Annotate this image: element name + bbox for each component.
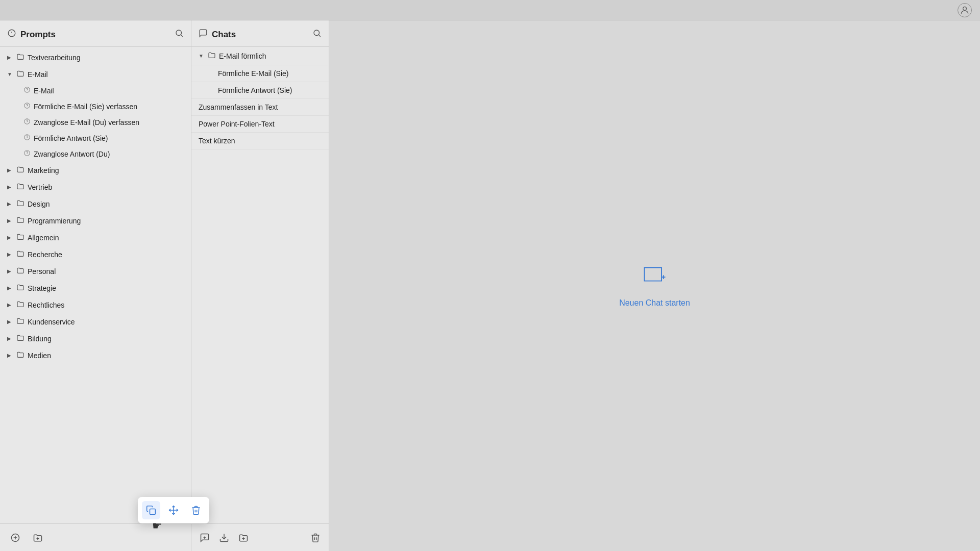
chat-item-email-foermlich[interactable]: ▼ E-Mail förmlich [191, 47, 329, 65]
tree-item-label: Strategie [28, 284, 56, 292]
svg-point-2 [176, 30, 182, 36]
tree-item-label: Personal [28, 267, 56, 276]
folder-icon [16, 350, 24, 360]
chats-panel: Chats ▼ E-Mail förmlich [191, 20, 329, 551]
tree-item-label: Förmliche E-Mail (Sie) verfassen [34, 103, 137, 111]
prompt-icon [23, 149, 31, 158]
chevron-right-icon: ▶ [7, 184, 13, 190]
chat-item-foermliche-antwort-sie[interactable]: Förmliche Antwort (Sie) [191, 82, 329, 99]
tree-item-label: Förmliche Antwort (Sie) [34, 134, 108, 142]
chats-list: ▼ E-Mail förmlich Förmliche E-Mail (Sie)… [191, 47, 329, 523]
tree-item-email-folder[interactable]: ▼ E-Mail [0, 66, 191, 83]
tree-item-label: Kundenservice [28, 318, 75, 326]
import-chat-button[interactable] [219, 533, 229, 543]
tree-item-bildung[interactable]: ▶ Bildung [0, 330, 191, 347]
tree-item-programmierung[interactable]: ▶ Programmierung [0, 212, 191, 229]
tree-item-email-prompt[interactable]: E-Mail [0, 83, 191, 98]
svg-rect-14 [150, 509, 156, 515]
chevron-right-icon: ▶ [7, 218, 13, 223]
tree-item-allgemein[interactable]: ▶ Allgemein [0, 229, 191, 246]
folder-icon [16, 249, 24, 259]
add-folder-chat-button[interactable] [238, 533, 249, 543]
tree-item-label: Vertrieb [28, 183, 52, 191]
tree-item-recherche[interactable]: ▶ Recherche [0, 246, 191, 263]
tree-item-label: Zwanglose E-Mail (Du) verfassen [34, 118, 139, 127]
tree-item-label: Textverarbeitung [28, 54, 81, 62]
tree-item-vertrieb[interactable]: ▶ Vertrieb [0, 179, 191, 195]
tree-item-foermliche-email[interactable]: Förmliche E-Mail (Sie) verfassen [0, 98, 191, 114]
chat-item-label: Förmliche Antwort (Sie) [218, 86, 292, 94]
chevron-right-icon: ▶ [7, 55, 13, 60]
chat-item-zusammenfassen[interactable]: Zusammenfassen in Text [191, 99, 329, 116]
chats-search-icon[interactable] [312, 29, 322, 40]
chevron-right-icon: ▶ [7, 252, 13, 257]
chat-item-label: Power Point-Folien-Text [199, 120, 275, 128]
chevron-right-icon: ▶ [7, 167, 13, 173]
tree-item-kundenservice[interactable]: ▶ Kundenservice [0, 313, 191, 330]
tree-item-label: Allgemein [28, 234, 59, 242]
chat-item-foermliche-email-sie[interactable]: Förmliche E-Mail (Sie) [191, 65, 329, 82]
chats-toolbar [191, 523, 329, 551]
new-chat-button[interactable]: Neuen Chat starten [619, 264, 690, 308]
chat-item-text-kuerzen[interactable]: Text kürzen [191, 133, 329, 149]
tree-item-personal[interactable]: ▶ Personal [0, 263, 191, 280]
tree-item-foermliche-antwort[interactable]: Förmliche Antwort (Sie) [0, 130, 191, 146]
svg-point-17 [314, 30, 320, 36]
top-bar [0, 0, 980, 20]
folder-icon [16, 334, 24, 343]
svg-line-3 [181, 35, 182, 36]
new-chat-label: Neuen Chat starten [619, 298, 690, 308]
prompts-header: Prompts [0, 20, 191, 47]
tree-item-medien[interactable]: ▶ Medien [0, 347, 191, 364]
chevron-right-icon: ▶ [7, 285, 13, 291]
tree-item-textverarbeitung[interactable]: ▶ Textverarbeitung [0, 49, 191, 66]
tree-item-zwanglose-email[interactable]: Zwanglose E-Mail (Du) verfassen [0, 114, 191, 130]
prompt-icon [23, 118, 31, 127]
popup-copy-button[interactable] [142, 501, 160, 519]
chats-icon [199, 29, 208, 40]
popup-menu [138, 497, 209, 523]
folder-icon [208, 51, 216, 61]
chat-item-label: Zusammenfassen in Text [199, 103, 278, 111]
delete-chat-button[interactable] [310, 533, 321, 543]
chat-item-label: E-Mail förmlich [219, 52, 266, 60]
chevron-right-icon: ▶ [7, 336, 13, 341]
tree-item-design[interactable]: ▶ Design [0, 195, 191, 212]
prompts-search-icon[interactable] [175, 29, 184, 40]
user-avatar[interactable] [958, 3, 972, 17]
tree-item-strategie[interactable]: ▶ Strategie [0, 280, 191, 296]
tree-item-zwanglose-antwort[interactable]: Zwanglose Antwort (Du) [0, 146, 191, 162]
chevron-right-icon: ▶ [7, 353, 13, 358]
prompts-panel: Prompts ▶ Textverarbeitung [0, 20, 191, 551]
add-prompt-button[interactable] [10, 533, 20, 543]
tree-item-label: Programmierung [28, 217, 81, 225]
tree-item-marketing[interactable]: ▶ Marketing [0, 162, 191, 179]
folder-icon [16, 182, 24, 192]
folder-icon [16, 283, 24, 293]
popup-delete-button[interactable] [187, 501, 205, 519]
chevron-right-icon: ▶ [7, 268, 13, 274]
folder-icon [16, 216, 24, 226]
main-layout: Prompts ▶ Textverarbeitung [0, 20, 980, 551]
folder-icon [16, 266, 24, 276]
add-folder-button[interactable] [33, 533, 43, 543]
tree-item-label: Bildung [28, 335, 52, 343]
chat-item-label: Text kürzen [199, 137, 235, 145]
chevron-down-icon: ▼ [7, 71, 13, 77]
tree-item-label: Recherche [28, 251, 62, 259]
tree-item-label: Rechtliches [28, 301, 64, 309]
tree-item-label: Zwanglose Antwort (Du) [34, 150, 110, 158]
chats-header: Chats [191, 20, 329, 47]
chevron-right-icon: ▶ [7, 201, 13, 207]
prompts-tree-list: ▶ Textverarbeitung ▼ E-Mail [0, 47, 191, 523]
folder-icon [16, 300, 24, 310]
tree-item-rechtliches[interactable]: ▶ Rechtliches [0, 296, 191, 313]
svg-line-18 [318, 35, 320, 36]
popup-move-button[interactable] [164, 501, 183, 519]
folder-icon [16, 233, 24, 242]
tree-item-label: E-Mail [28, 70, 48, 79]
tree-item-label: Marketing [28, 166, 59, 174]
add-chat-button[interactable] [200, 533, 210, 543]
prompt-icon [23, 102, 31, 111]
chat-item-powerpoint[interactable]: Power Point-Folien-Text [191, 116, 329, 133]
